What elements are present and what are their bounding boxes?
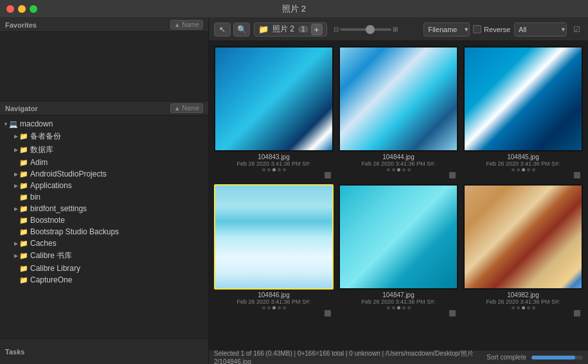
photo-filename: 104844.jpg — [340, 153, 457, 160]
photo-cell-104845[interactable]: 104845.jpgFeb 26 2020 3:41:36 PM S#: — [463, 46, 583, 179]
photo-date: Feb 26 2020 3:41:36 PM S#: — [465, 299, 582, 305]
zoom-tool-button[interactable]: 🔍 — [233, 22, 250, 37]
tree-item-Caches[interactable]: ▶📁Caches — [0, 238, 208, 249]
navigator-sort-button[interactable]: ▲ Name — [170, 103, 203, 113]
tree-item-CaptureOne[interactable]: 📁CaptureOne — [0, 274, 208, 286]
rating-dot — [512, 306, 515, 309]
sidebar: Favorites ▲ Name Navigator ▲ Name ▼💻macd… — [0, 18, 209, 364]
tree-label: Adim — [30, 158, 48, 167]
tree-arrow: ▶ — [13, 134, 19, 140]
photo-filename: 104982.jpg — [465, 291, 582, 299]
photo-thumbnail — [215, 48, 332, 150]
tree-arrow: ▶ — [13, 182, 19, 189]
file-tree[interactable]: ▼💻macdown▶📁备者备份▶📁数据库📁Adim▶📁AndroidStudio… — [0, 116, 208, 338]
check-button[interactable]: ☑ — [570, 23, 583, 36]
photo-grid-area[interactable]: 104843.jpgFeb 26 2020 3:41:36 PM S#:1048… — [209, 41, 588, 350]
slider-handle[interactable] — [366, 25, 375, 34]
tree-item-bin[interactable]: 📁bin — [0, 191, 208, 203]
rating-square — [574, 172, 580, 178]
tree-item-AndroidStudioProjects[interactable]: ▶📁AndroidStudioProjects — [0, 168, 208, 180]
tasks-label: Tasks — [5, 348, 24, 356]
status-text: Selected 1 of 166 (0.43MB) | 0+166=166 t… — [214, 349, 484, 364]
folder-nav: 📁 照片 2 1 + — [254, 22, 327, 37]
maximize-button[interactable] — [30, 5, 37, 13]
rating-square — [449, 310, 456, 316]
tree-label: Calibre 书库 — [30, 250, 72, 261]
zoom-icon: 🔍 — [237, 25, 247, 34]
small-thumb-icon: ⊡ — [334, 26, 339, 33]
tree-label: 备者备份 — [30, 131, 61, 142]
sort-select[interactable]: Filename Date Size Type — [423, 22, 470, 37]
rating-dot — [512, 168, 515, 171]
folder-icon: 📁 — [19, 264, 28, 272]
tree-item-Calibre-书库[interactable]: ▶📁Calibre 书库 — [0, 249, 208, 263]
photo-cell-104982[interactable]: 104982.jpgFeb 26 2020 3:41:36 PM S#: — [463, 184, 583, 317]
tree-label: bin — [30, 193, 40, 202]
sort-progress-bar — [531, 356, 583, 360]
tree-arrow: ▶ — [13, 253, 19, 259]
rating-dot — [392, 168, 395, 171]
navigator-label: Navigator — [5, 105, 38, 112]
photo-rating-bar — [465, 172, 582, 178]
photo-thumbnail — [215, 186, 332, 288]
toolbar: ↖ 🔍 📁 照片 2 1 + ⊡ ⊞ — [209, 18, 588, 41]
thumbnail-size-slider[interactable]: ⊡ ⊞ — [334, 26, 398, 33]
tree-item-Adim[interactable]: 📁Adim — [0, 157, 208, 168]
rating-dot — [407, 306, 411, 309]
tree-item-备者备份[interactable]: ▶📁备者备份 — [0, 130, 208, 143]
tree-label: Calibre Library — [30, 264, 80, 273]
tree-item-Applications[interactable]: ▶📁Applications — [0, 180, 208, 191]
folder-icon: 📁 — [19, 182, 28, 189]
folder-icon: 📁 — [19, 276, 28, 284]
photo-dots — [465, 168, 582, 171]
tree-item-数据库[interactable]: ▶📁数据库 — [0, 143, 208, 157]
titlebar: 照片 2 — [0, 0, 588, 18]
photo-rating-bar — [340, 310, 457, 316]
close-button[interactable] — [6, 5, 14, 13]
tree-item-Calibre-Library[interactable]: 📁Calibre Library — [0, 263, 208, 274]
sort-complete-label: Sort complete — [486, 354, 526, 361]
minimize-button[interactable] — [18, 5, 26, 13]
folder-icon: 📁 — [19, 146, 28, 154]
favorites-sort-button[interactable]: ▲ Name — [170, 20, 203, 30]
cursor-icon: ↖ — [219, 25, 226, 34]
tree-arrow: ▶ — [13, 240, 19, 247]
photo-grid: 104843.jpgFeb 26 2020 3:41:36 PM S#:1048… — [214, 46, 583, 317]
add-folder-button[interactable]: + — [311, 24, 323, 35]
tree-arrow: ▼ — [3, 121, 9, 127]
rating-dot — [387, 306, 390, 309]
photo-thumb-wrap — [339, 46, 458, 152]
tree-label: birdfont_settings — [30, 204, 87, 213]
slider-track[interactable] — [340, 28, 391, 31]
rating-dot — [527, 306, 530, 309]
photo-cell-104843[interactable]: 104843.jpgFeb 26 2020 3:41:36 PM S#: — [214, 46, 334, 179]
rating-dot — [267, 306, 271, 309]
tree-item-birdfont_settings[interactable]: ▶📁birdfont_settings — [0, 203, 208, 214]
favorites-label: Favorites — [5, 21, 37, 29]
folder-icon: 📁 — [19, 193, 28, 201]
photo-cell-104847[interactable]: 104847.jpgFeb 26 2020 3:41:36 PM S#: — [339, 184, 458, 317]
photo-dots — [340, 168, 457, 171]
reverse-checkbox[interactable] — [473, 25, 481, 33]
tree-arrow: ▶ — [13, 171, 19, 177]
tree-item-Bootstrap-Studio-Backups[interactable]: 📁Bootstrap Studio Backups — [0, 226, 208, 238]
photo-cell-104844[interactable]: 104844.jpgFeb 26 2020 3:41:36 PM S#: — [339, 46, 458, 179]
photo-filename: 104846.jpg — [215, 291, 332, 299]
folder-icon: 📁 — [19, 133, 28, 141]
tree-item-Boostnote[interactable]: 📁Boostnote — [0, 214, 208, 226]
folder-icon: 📁 — [19, 159, 28, 166]
rating-dot — [397, 168, 400, 171]
sort-progress-fill — [531, 356, 575, 360]
rating-dot — [402, 306, 405, 309]
photo-cell-104846[interactable]: 104846.jpgFeb 26 2020 3:41:36 PM S#: — [214, 184, 334, 317]
rating-dot — [407, 168, 411, 171]
cursor-tool-button[interactable]: ↖ — [214, 22, 231, 37]
rating-dot — [527, 168, 530, 171]
reverse-label: Reverse — [473, 25, 510, 33]
all-select[interactable]: All Selected Unselected — [514, 22, 567, 37]
rating-dot — [267, 168, 271, 171]
photo-date: Feb 26 2020 3:41:36 PM S#: — [215, 299, 332, 305]
tree-label: Bootstrap Studio Backups — [30, 227, 119, 236]
tree-label: Boostnote — [30, 216, 65, 225]
tree-item-macdown[interactable]: ▼💻macdown — [0, 118, 208, 130]
